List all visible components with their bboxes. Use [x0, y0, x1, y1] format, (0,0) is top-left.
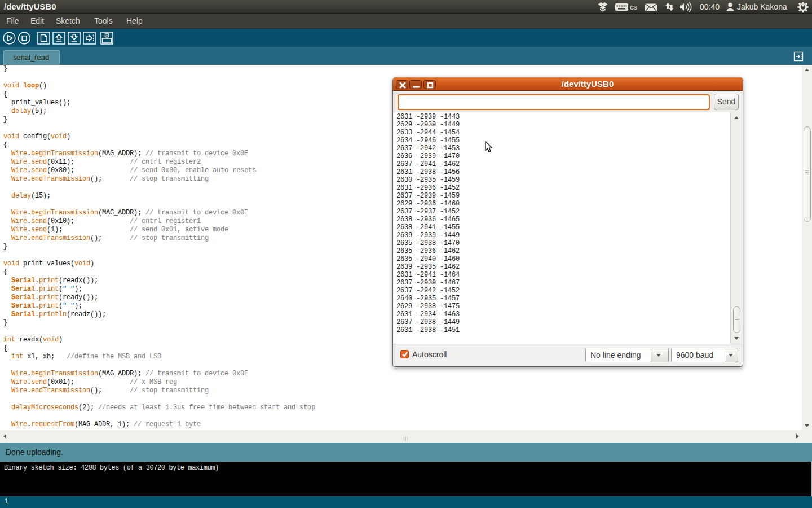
svg-text:00:40: 00:40: [700, 2, 720, 11]
svg-text:Jakub Kakona: Jakub Kakona: [737, 2, 787, 11]
svg-text:cs: cs: [630, 3, 638, 11]
